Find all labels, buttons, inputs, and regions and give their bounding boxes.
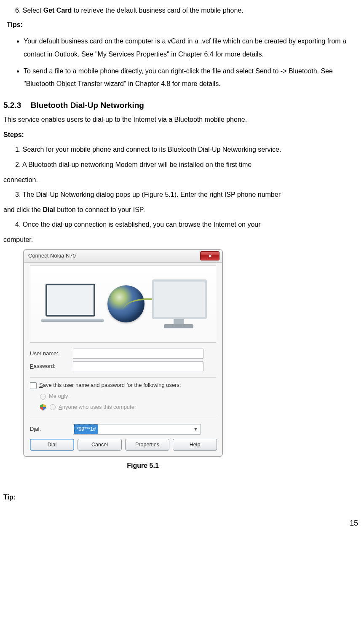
dialog-body: User name: Password: Save this user name… bbox=[24, 263, 222, 456]
properties-button[interactable]: Properties bbox=[125, 439, 169, 451]
monitor-icon bbox=[152, 279, 205, 328]
dialog-title: Connect Nokia N70 bbox=[28, 252, 76, 260]
tips-item-2: To send a file to a mobile phone directl… bbox=[24, 65, 361, 91]
password-row: Password: bbox=[30, 361, 216, 371]
close-icon: ✕ bbox=[208, 252, 212, 260]
dial-combobox[interactable]: *99***1# ▼ bbox=[73, 424, 201, 435]
anyone-radio[interactable] bbox=[50, 404, 56, 410]
tip-heading: Tip: bbox=[3, 492, 361, 503]
step-4-line2: computer. bbox=[3, 234, 361, 245]
section-title: Bluetooth Dial-Up Networking bbox=[31, 101, 144, 110]
laptop-icon bbox=[41, 284, 100, 324]
me-only-radio[interactable] bbox=[40, 394, 46, 400]
shield-icon bbox=[40, 404, 46, 411]
step-1: 1. Search for your mobile phone and conn… bbox=[15, 144, 361, 155]
me-only-label: Me only bbox=[49, 392, 68, 401]
tips-item-1: Your default business card on the comput… bbox=[24, 35, 361, 61]
step-3-line1: 3. The Dial-Up Networking dialog pops up… bbox=[15, 189, 361, 200]
me-only-row: Me only bbox=[40, 392, 216, 401]
step-2-line1: 2. A Bluetooth dial-up networking Modem … bbox=[15, 159, 361, 170]
close-button[interactable]: ✕ bbox=[200, 251, 219, 260]
section-heading: 5.2.3 Bluetooth Dial-Up Networking bbox=[3, 99, 361, 112]
step-6: 6. Select Get Card to retrieve the defau… bbox=[15, 5, 361, 16]
tips-heading: Tips: bbox=[7, 19, 361, 30]
separator-2 bbox=[30, 418, 216, 418]
dial-row: Dial: *99***1# ▼ bbox=[30, 424, 216, 435]
dial-label: Dial: bbox=[30, 425, 73, 434]
dialog-hero-image bbox=[30, 265, 216, 343]
connect-dialog: Connect Nokia N70 ✕ User name bbox=[24, 249, 222, 456]
figure-5-1: Connect Nokia N70 ✕ User name bbox=[24, 249, 361, 456]
step-3-line2: and click the Dial button to connect to … bbox=[3, 204, 361, 215]
save-credentials-checkbox[interactable] bbox=[30, 382, 37, 389]
cancel-button[interactable]: Cancel bbox=[78, 439, 122, 451]
dialog-titlebar: Connect Nokia N70 ✕ bbox=[24, 250, 222, 263]
password-input[interactable] bbox=[73, 361, 203, 371]
figure-caption: Figure 5.1 bbox=[24, 460, 262, 471]
step-6-bold: Get Card bbox=[43, 7, 72, 14]
anyone-label: Anyone who uses this computer bbox=[59, 403, 136, 412]
chevron-down-icon: ▼ bbox=[193, 426, 200, 433]
step-3-pre: and click the bbox=[3, 206, 43, 213]
separator-1 bbox=[30, 377, 216, 378]
dial-value: *99***1# bbox=[74, 424, 98, 434]
save-credentials-label: Save this user name and password for the… bbox=[39, 381, 181, 390]
step-4-line1: 4. Once the dial-up connection is establ… bbox=[15, 219, 361, 230]
step-6-suffix: to retrieve the default business card of… bbox=[72, 7, 243, 14]
section-intro: This service enables users to dial-up to… bbox=[3, 114, 361, 125]
step-6-prefix: 6. Select bbox=[15, 7, 43, 14]
step-3-suf: button to connect to your ISP. bbox=[55, 206, 145, 213]
save-credentials-row: Save this user name and password for the… bbox=[30, 381, 216, 390]
dial-button[interactable]: Dial bbox=[30, 439, 74, 451]
tips-list: Your default business card on the comput… bbox=[24, 35, 361, 91]
help-button[interactable]: Help bbox=[173, 439, 217, 451]
username-input[interactable] bbox=[73, 349, 203, 359]
anyone-row: Anyone who uses this computer bbox=[40, 403, 216, 412]
step-3-bold: Dial bbox=[43, 206, 55, 213]
page-number: 15 bbox=[3, 517, 361, 529]
password-label: Password: bbox=[30, 362, 73, 371]
section-number: 5.2.3 bbox=[3, 101, 21, 110]
step-2-line2: connection. bbox=[3, 174, 361, 185]
username-label: User name: bbox=[30, 349, 73, 358]
steps-heading: Steps: bbox=[3, 129, 361, 140]
dialog-button-row: Dial Cancel Properties Help bbox=[30, 439, 216, 451]
username-row: User name: bbox=[30, 349, 216, 359]
